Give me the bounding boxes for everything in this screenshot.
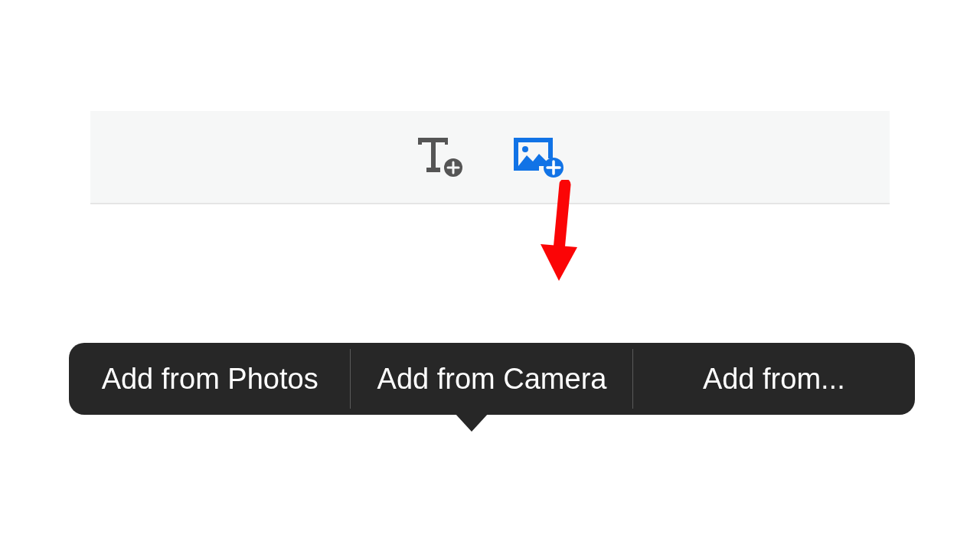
add-text-icon bbox=[416, 135, 466, 178]
svg-marker-4 bbox=[541, 244, 577, 281]
add-text-button[interactable] bbox=[416, 135, 466, 178]
popup-tail bbox=[455, 413, 488, 432]
add-from-photos-item[interactable]: Add from Photos bbox=[69, 343, 351, 415]
add-image-button[interactable] bbox=[511, 135, 565, 178]
add-image-icon bbox=[511, 135, 565, 178]
menu-item-label: Add from Photos bbox=[102, 363, 318, 396]
menu-item-label: Add from Camera bbox=[377, 363, 607, 396]
toolbar bbox=[90, 111, 890, 204]
add-from-camera-item[interactable]: Add from Camera bbox=[351, 343, 632, 415]
svg-point-1 bbox=[522, 146, 528, 152]
add-image-popup-menu: Add from Photos Add from Camera Add from… bbox=[69, 343, 915, 415]
menu-item-label: Add from... bbox=[703, 363, 845, 396]
add-from-more-item[interactable]: Add from... bbox=[633, 343, 915, 415]
